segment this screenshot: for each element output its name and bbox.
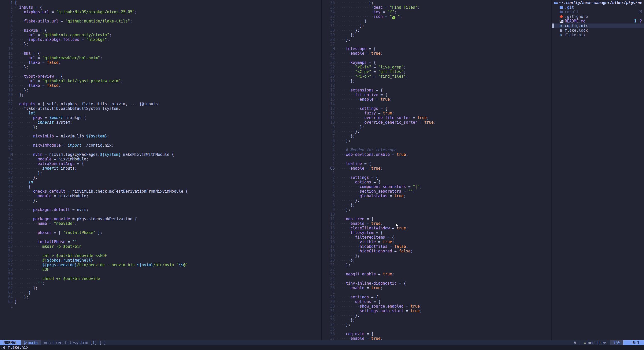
code-line[interactable]: 11····neo-tree = { <box>322 217 552 221</box>
code-line[interactable]: 11····hml = { <box>0 51 321 56</box>
code-line[interactable]: 64····); <box>0 295 321 299</box>
code-line[interactable]: 16··········visible = true; <box>322 240 552 244</box>
tree-item-flake-nix[interactable]: ❄flake.nix <box>552 33 644 37</box>
code-line[interactable]: 18 <box>322 83 552 88</box>
code-line[interactable]: 22········"<C-f>" = "live_grep"; <box>322 65 552 69</box>
code-line[interactable]: 27 <box>322 42 552 46</box>
code-line[interactable]: 4··········component_separators = "|"; <box>322 184 552 189</box>
code-line[interactable]: 1····lualine = { <box>322 161 552 166</box>
code-line[interactable]: 14······filesystem = { <box>322 230 552 235</box>
code-line[interactable]: 17······url = "github:al-kot/typst-previ… <box>0 79 321 83</box>
code-line[interactable]: 40······{ <box>0 184 321 189</box>
code-line[interactable]: 57············${pkgs.neovide}/bin/neovid… <box>0 263 321 267</box>
code-line[interactable]: 25····tiny-inline-diagnostic = { <box>322 281 552 286</box>
code-line[interactable]: 31········nixvimModule = import ./config… <box>0 143 321 148</box>
code-line[interactable]: 25······enable = true; <box>322 51 552 56</box>
code-line[interactable]: 47········packages.neovide = pkgs.stdenv… <box>0 217 321 221</box>
code-line[interactable]: 18······flake = false; <box>0 83 321 88</box>
code-line[interactable]: L <box>322 290 552 295</box>
code-line[interactable]: 3········options = { <box>322 180 552 184</box>
code-line[interactable]: 35················desc = "Find Files"; <box>322 5 552 10</box>
code-line[interactable]: 17······extensions = { <box>322 88 552 92</box>
code-line[interactable]: 6····nixvim = { <box>0 28 321 33</box>
tree-item-flake-lock[interactable]: flake.lock <box>552 28 644 33</box>
code-line[interactable]: 55············cat > $out/bin/neovide <<E… <box>0 253 321 258</box>
code-line[interactable]: 54 <box>0 249 321 253</box>
code-line[interactable]: 33······}; <box>322 318 552 322</box>
code-line[interactable]: 37··········}; <box>0 171 321 175</box>
editor-pane-flake-nix[interactable]: 1{1··inputs = {2····nixpkgs.url = "githu… <box>0 0 321 340</box>
code-line[interactable]: 32············} <box>322 19 552 24</box>
code-line[interactable]: 46 <box>0 212 321 217</box>
code-line[interactable]: 19····}; <box>0 88 321 92</box>
code-line[interactable]: 60············chmod +x $out/bin/neovide <box>0 276 321 281</box>
code-line[interactable]: 14····}; <box>0 65 321 69</box>
code-line[interactable]: 37······enable = true; <box>322 336 552 340</box>
code-line[interactable]: 51 <box>0 235 321 240</box>
code-line[interactable]: 30··········show_source.enabled = true; <box>322 304 552 309</box>
code-line[interactable]: 15 <box>0 69 321 74</box>
code-line[interactable]: 24 <box>322 56 552 60</box>
code-line[interactable]: 32 <box>0 148 321 152</box>
code-line[interactable]: 2 <box>322 157 552 161</box>
tree-item-result[interactable]: result <box>552 10 644 14</box>
code-line[interactable]: 20··}; <box>0 92 321 97</box>
window-separator[interactable] <box>321 0 322 340</box>
code-line[interactable]: 6····}; <box>322 138 552 143</box>
code-line[interactable]: 17··········hideDotfiles = false; <box>322 244 552 249</box>
code-line[interactable]: 1··inputs = { <box>0 5 321 10</box>
code-line[interactable]: H····telescope = { <box>322 46 552 51</box>
code-line[interactable]: 21········"<C-p>" = "git_files"; <box>322 69 552 74</box>
code-line[interactable]: 7········}; <box>322 198 552 203</box>
code-line[interactable]: 42··········module = nixvimModule; <box>0 194 321 198</box>
code-line[interactable]: 31··········]; <box>322 24 552 28</box>
code-line[interactable]: 35 <box>322 327 552 332</box>
neo-tree-panel[interactable]: ~/.config/home-manager/other/pkgs/ne.git… <box>552 0 644 340</box>
code-line[interactable]: 15········filteredItems = { <box>322 235 552 240</box>
code-line[interactable]: 16····typst-preview = { <box>0 74 321 79</box>
code-line[interactable]: 29········options = { <box>322 299 552 304</box>
code-line[interactable]: 1 <box>322 171 552 175</box>
code-line[interactable]: 12······enable = true; <box>322 221 552 226</box>
code-line[interactable]: 12············fuzzy = true; <box>322 111 552 115</box>
code-line[interactable]: 63······} <box>0 290 321 295</box>
code-line[interactable]: 28······settings = { <box>322 295 552 299</box>
code-line[interactable]: 34····}; <box>322 322 552 327</box>
code-line[interactable]: 23······keymaps = { <box>322 60 552 65</box>
code-line[interactable]: 28····}; <box>322 37 552 42</box>
code-line[interactable]: 5··········section_separators = ""; <box>322 189 552 194</box>
code-line[interactable]: 20········"<C-o>" = "find_files"; <box>322 74 552 79</box>
code-line[interactable]: 10 <box>322 212 552 217</box>
code-line[interactable]: 16········fzf-native = { <box>322 92 552 97</box>
code-line[interactable]: 14 <box>322 102 552 106</box>
code-line[interactable]: 36····coq-nvim = { <box>322 332 552 336</box>
code-line[interactable]: 4····# Needed for telescope <box>322 148 552 152</box>
code-line[interactable]: 2····nixpkgs.url = "github:NixOS/nixpkgs… <box>0 10 321 14</box>
code-line[interactable]: 61··········''; <box>0 281 321 286</box>
code-line[interactable]: 58············EOF <box>0 267 321 272</box>
code-line[interactable]: 49 <box>0 226 321 230</box>
code-line[interactable]: 36··············}; <box>322 1 552 5</box>
code-line[interactable]: 38········}; <box>0 175 321 180</box>
command-line[interactable]: :e flake.nix <box>0 345 644 350</box>
code-line[interactable]: 9····}; <box>0 42 321 46</box>
code-line[interactable]: 20······}; <box>322 258 552 263</box>
code-line[interactable]: 8········}; <box>322 129 552 134</box>
code-line[interactable]: 19······}; <box>322 79 552 83</box>
tree-item-git[interactable]: .git <box>552 5 644 10</box>
tree-item-gitignore[interactable]: .gitignore <box>552 14 644 19</box>
code-line[interactable]: 48··········name = "neovide"; <box>0 221 321 226</box>
code-line[interactable]: 31··········settings.auto_start = true; <box>322 309 552 313</box>
code-line[interactable]: 52··········installPhase = '' <box>0 240 321 244</box>
code-line[interactable]: 53············mkdir -p $out/bin <box>0 244 321 249</box>
code-line[interactable]: 27········}; <box>0 125 321 129</box>
code-line[interactable]: 24 <box>322 276 552 281</box>
code-line[interactable]: 4····flake-utils.url = "github:numtide/f… <box>0 19 321 24</box>
code-line[interactable]: 45········packages.default = nvim; <box>0 207 321 212</box>
code-line[interactable]: M········nvim = nixvim.legacyPackages.${… <box>0 152 321 157</box>
code-line[interactable]: 9····}; <box>322 207 552 212</box>
code-line[interactable]: 29······}; <box>322 33 552 37</box>
code-line[interactable]: 43········}; <box>0 198 321 203</box>
code-line[interactable]: 44 <box>0 203 321 207</box>
code-line[interactable]: 85······enable = true; <box>322 166 552 171</box>
